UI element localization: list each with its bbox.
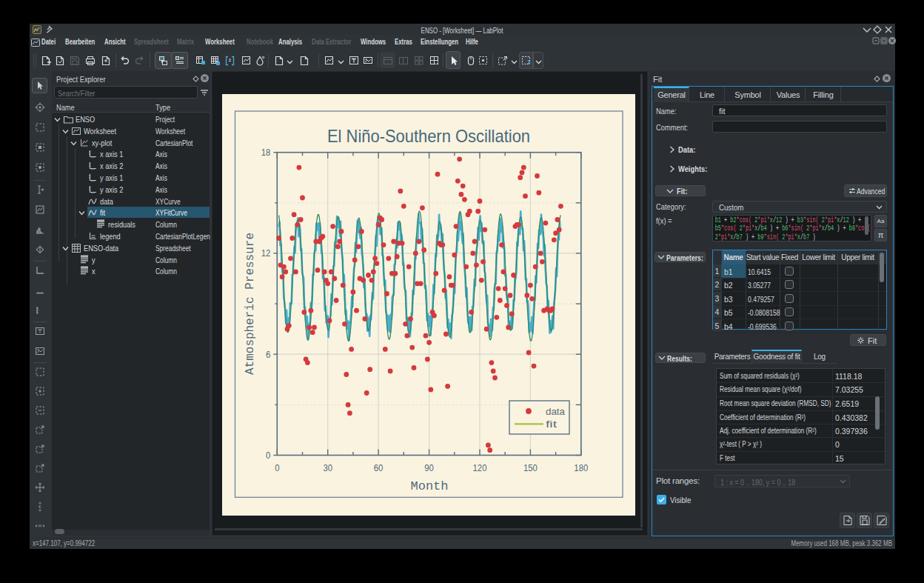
svg-text:Atmospheric Pressure: Atmospheric Pressure [244, 233, 257, 375]
svg-text:30: 30 [323, 462, 332, 473]
svg-text:18: 18 [261, 147, 271, 158]
svg-text:120: 120 [473, 462, 487, 473]
svg-text:fit: fit [546, 419, 558, 430]
svg-text:El Niño-Southern Oscillation: El Niño-Southern Oscillation [327, 126, 530, 146]
svg-text:12: 12 [261, 247, 271, 259]
svg-text:150: 150 [523, 462, 538, 473]
svg-text:6: 6 [266, 349, 270, 360]
svg-text:60: 60 [374, 462, 384, 473]
svg-text:data: data [546, 406, 566, 417]
svg-text:90: 90 [424, 462, 434, 473]
svg-text:0: 0 [275, 462, 279, 473]
svg-text:Month: Month [410, 479, 448, 493]
svg-text:1: 1 [527, 59, 531, 65]
svg-text:0: 0 [266, 450, 270, 461]
svg-text:180: 180 [574, 462, 588, 473]
